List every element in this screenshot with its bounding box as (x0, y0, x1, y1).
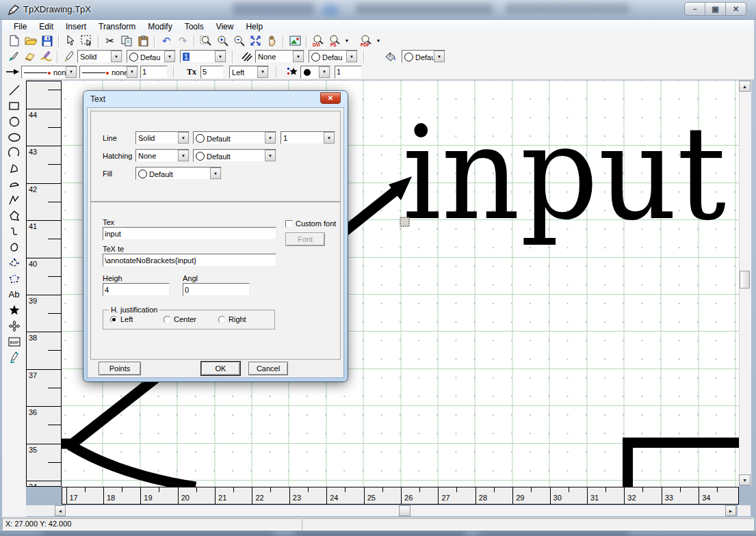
hatching-combo[interactable]: None ▼ (255, 50, 304, 63)
hatching-color-combo[interactable]: Defau ▼ (309, 50, 358, 63)
title-bar[interactable]: TpXDrawing.TpX – ▣ ✕ (0, 0, 756, 20)
freehand-tool-icon[interactable] (5, 349, 23, 365)
dialog-line-width-combo[interactable]: 1▼ (281, 131, 335, 144)
vertical-scrollbar-thumb[interactable] (740, 271, 750, 289)
font-button[interactable]: Font (285, 232, 325, 246)
ok-button[interactable]: OK (201, 362, 240, 375)
menu-item[interactable]: Edit (33, 21, 60, 32)
fill-color-combo[interactable]: Defau ▼ (402, 50, 445, 63)
minimize-button[interactable]: – (684, 2, 705, 16)
arrow-end-combo[interactable]: none ▼ (79, 66, 138, 79)
close-button[interactable]: ✕ (726, 2, 746, 16)
text-align-combo[interactable]: Left ▼ (229, 66, 269, 79)
dropdown-button[interactable]: ▼ (111, 51, 122, 62)
justify-center-radio[interactable]: Center (164, 315, 196, 323)
dialog-hatching-combo[interactable]: None▼ (135, 149, 190, 162)
maximize-button[interactable]: ▣ (705, 2, 726, 16)
dropdown-button[interactable]: ▼ (319, 66, 330, 78)
scroll-right-button[interactable]: ► (725, 505, 736, 516)
line-width-combo[interactable]: 1 ▼ (180, 50, 226, 63)
hatching-icon[interactable] (239, 50, 255, 64)
dialog-fill-color-combo[interactable]: Default▼ (135, 167, 222, 180)
paste-icon[interactable] (135, 34, 151, 48)
dropdown-button[interactable]: ▼ (127, 66, 138, 78)
menu-item[interactable]: View (210, 21, 240, 32)
preview-ps-dropdown[interactable]: ▼ (343, 38, 351, 43)
menu-item[interactable]: Modify (142, 21, 178, 32)
dropdown-button[interactable]: ▼ (265, 132, 276, 144)
horizontal-scrollbar[interactable] (66, 505, 725, 516)
scroll-left-button[interactable]: ◄ (55, 505, 66, 516)
points-button[interactable]: Points (99, 362, 141, 375)
rectangle-tool-icon[interactable] (5, 98, 23, 113)
menu-item[interactable]: Help (239, 21, 269, 32)
zoom-area-icon[interactable] (198, 34, 214, 48)
clipped-polygon-tool-icon[interactable] (5, 271, 23, 286)
justify-right-radio[interactable]: Right (218, 315, 246, 323)
zoom-out-icon[interactable] (231, 34, 247, 48)
select-area-icon[interactable] (79, 34, 95, 48)
bitmap-tool-icon[interactable]: BMP (5, 334, 23, 349)
copy-icon[interactable] (118, 34, 135, 48)
line-style-combo[interactable]: Solid ▼ (77, 50, 122, 63)
dropdown-button[interactable]: ▼ (66, 66, 77, 78)
dropdown-button[interactable]: ▼ (210, 168, 221, 179)
horizontal-scrollbar-thumb[interactable] (399, 505, 410, 516)
sector-tool-icon[interactable] (5, 161, 23, 176)
new-icon[interactable] (6, 34, 23, 48)
dropdown-button[interactable]: ▼ (346, 51, 357, 62)
dropdown-button[interactable]: ▼ (265, 150, 276, 161)
text-size-field[interactable] (200, 66, 224, 79)
custom-font-checkbox[interactable]: Custom font (285, 219, 336, 228)
dropdown-button[interactable]: ▼ (178, 132, 189, 144)
text-tool-icon[interactable]: Ab (5, 286, 23, 302)
justify-left-radio[interactable]: Left (110, 315, 133, 323)
preview-pdf-dropdown[interactable]: ▼ (374, 38, 382, 43)
tex-text-field[interactable] (103, 254, 276, 267)
segment-tool-icon[interactable] (5, 176, 23, 192)
open-icon[interactable] (23, 34, 39, 48)
angle-field[interactable] (183, 283, 250, 296)
preview-ps-icon[interactable]: PS (326, 34, 343, 48)
dropdown-button[interactable]: ▼ (257, 66, 268, 78)
polygon-tool-icon[interactable] (5, 208, 23, 224)
dialog-line-style-combo[interactable]: Solid▼ (135, 131, 190, 144)
edit-line-style-icon[interactable] (61, 50, 77, 64)
curve-tool-icon[interactable] (5, 224, 23, 239)
dropdown-button[interactable]: ▼ (324, 132, 335, 144)
polyline-tool-icon[interactable] (5, 192, 23, 208)
text-field[interactable] (103, 227, 276, 240)
menu-item[interactable]: File (8, 21, 33, 32)
point-size-field[interactable] (335, 66, 362, 79)
dropdown-button[interactable]: ▼ (164, 51, 175, 62)
zoom-fit-icon[interactable] (247, 34, 263, 48)
arc-tool-icon[interactable] (5, 145, 23, 161)
eraser-icon[interactable] (21, 50, 38, 64)
undo-icon[interactable]: ↶ (158, 34, 174, 48)
dropdown-button[interactable]: ▼ (178, 150, 189, 161)
dialog-hatching-color-combo[interactable]: Default▼ (193, 149, 276, 162)
pick-color-icon[interactable] (5, 50, 21, 64)
height-field[interactable] (103, 283, 170, 296)
dialog-line-color-combo[interactable]: Default▼ (193, 131, 276, 144)
cancel-button[interactable]: Cancel (248, 362, 288, 375)
redo-icon[interactable]: ↷ (174, 34, 191, 48)
fill-bucket-icon[interactable] (382, 50, 399, 64)
arrow-size-field[interactable] (140, 66, 168, 79)
smooth-closed-curve-tool-icon[interactable] (5, 255, 23, 271)
scroll-up-button[interactable]: ▲ (739, 81, 751, 92)
circle-tool-icon[interactable] (5, 113, 23, 129)
star-tool-icon[interactable] (5, 302, 23, 318)
ellipse-tool-icon[interactable] (5, 129, 23, 145)
preview-dvi-icon[interactable]: DVI (310, 34, 326, 48)
line-tool-icon[interactable] (5, 82, 23, 98)
cut-icon[interactable]: ✂ (102, 34, 118, 48)
select-cursor-icon[interactable] (62, 34, 79, 48)
menu-item[interactable]: Tools (179, 21, 210, 32)
pan-hand-icon[interactable] (263, 34, 280, 48)
point-shape-combo[interactable]: ▼ (300, 66, 330, 79)
selection-handle[interactable] (400, 217, 409, 226)
zoom-in-icon[interactable] (214, 34, 231, 48)
closed-curve-tool-icon[interactable] (5, 239, 23, 255)
picture-preview-icon[interactable] (287, 34, 303, 48)
